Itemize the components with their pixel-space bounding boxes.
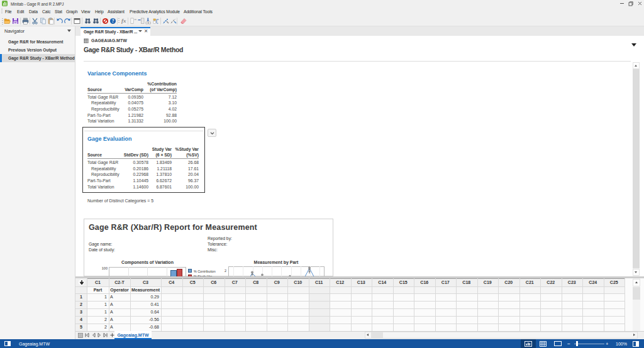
- svg-text:?: ?: [112, 18, 114, 24]
